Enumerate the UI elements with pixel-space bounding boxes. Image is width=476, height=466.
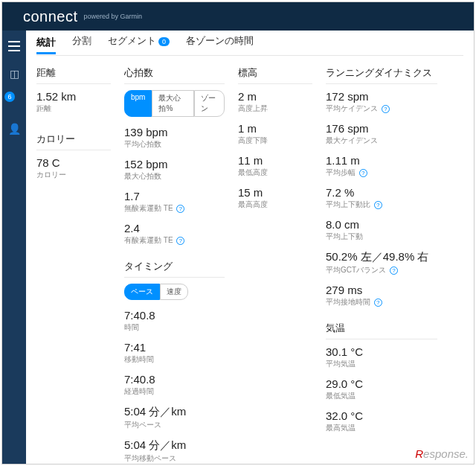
stat-value: 7:40.8 <box>124 373 225 386</box>
stat-label: 最大ケイデンス <box>326 135 437 146</box>
stat-value: 1.11 m <box>326 154 437 167</box>
inbox-icon[interactable]: ◫ <box>10 68 19 80</box>
dyn-stat: 176 spm最大ケイデンス <box>326 122 437 146</box>
stat-label: 平均接地時間 ? <box>326 297 437 307</box>
stat-label: 平均上下動 <box>326 232 437 242</box>
timing-unit-toggle[interactable]: ペース速度 <box>124 284 225 300</box>
stat-value: 2 m <box>238 90 312 103</box>
stat-label: 平均上下動比 ? <box>326 200 437 210</box>
stat-value: 5:04 分／km <box>124 438 225 453</box>
stat-label: 最大心拍数 <box>124 171 225 182</box>
segment-count: 0 <box>158 37 170 46</box>
dyn-stat: 279 ms平均接地時間 ? <box>326 284 437 307</box>
timing-stat: 7:40.8経過時間 <box>124 373 225 397</box>
section-distance: 距離 <box>36 66 111 84</box>
stat-label: 経過時間 <box>124 386 225 397</box>
section-temperature: 気温 <box>326 322 437 339</box>
distance-value: 1.52 km <box>36 90 111 103</box>
timing-stat: 5:04 分／km平均移動ペース <box>124 438 225 464</box>
stat-value: 172 spm <box>326 90 437 103</box>
stat-label: 移動時間 <box>124 354 225 365</box>
stat-value: 30.1 °C <box>326 345 437 358</box>
stat-value: 279 ms <box>326 284 437 296</box>
stat-label: 有酸素運動 TE ? <box>124 235 225 246</box>
elev-stat: 1 m高度下降 <box>238 122 312 146</box>
stat-label: 平均ケイデンス ? <box>326 103 437 114</box>
timing-stat: 7:40.8時間 <box>124 309 225 333</box>
tab-stats[interactable]: 統計 <box>36 36 56 54</box>
elev-stat: 15 m最高高度 <box>238 186 312 210</box>
stat-label: 平均気温 <box>326 359 437 369</box>
help-icon[interactable]: ? <box>374 299 382 307</box>
notification-icon[interactable]: 6 <box>9 96 19 106</box>
stat-value: 7.2 % <box>326 186 437 199</box>
section-calories: カロリー <box>36 133 111 150</box>
help-icon[interactable]: ? <box>359 169 367 177</box>
temp-stat: 30.1 °C平均気温 <box>326 345 437 369</box>
main-content: 統計 分割 セグメント0 各ゾーンの時間 距離 1.52 km距離 カロリー 7… <box>26 31 474 464</box>
dyn-stat: 7.2 %平均上下動比 ? <box>326 186 437 210</box>
dyn-stat: 1.11 m平均歩幅 ? <box>326 154 437 178</box>
temp-stat: 32.0 °C最高気温 <box>326 409 437 433</box>
temp-stat: 29.0 °C最低気温 <box>326 377 437 401</box>
stat-value: 7:40.8 <box>124 309 225 322</box>
stat-label: 平均心拍数 <box>124 139 225 150</box>
logo: connect <box>23 8 78 25</box>
sidebar: ◫ 6 👤 <box>2 31 26 464</box>
distance-label: 距離 <box>36 103 111 114</box>
stat-value: 1 m <box>238 122 312 135</box>
stat-value: 32.0 °C <box>326 409 437 422</box>
stat-label: 高度上昇 <box>238 103 312 114</box>
stat-value: 15 m <box>238 186 312 199</box>
hr-stat: 2.4有酸素運動 TE ? <box>124 222 225 246</box>
stat-value: 7:41 <box>124 341 225 354</box>
dyn-stat: 8.0 cm平均上下動 <box>326 218 437 242</box>
section-heartrate: 心拍数 <box>124 66 225 84</box>
help-icon[interactable]: ? <box>176 237 184 245</box>
menu-icon[interactable] <box>8 41 20 51</box>
stat-label: 平均移動ペース <box>124 453 225 464</box>
hr-stat: 152 bpm最大心拍数 <box>124 158 225 182</box>
timing-stat: 7:41移動時間 <box>124 341 225 365</box>
watermark: RResponse.esponse. <box>415 447 469 460</box>
stat-value: 5:04 分／km <box>124 405 225 419</box>
stat-value: 152 bpm <box>124 158 225 170</box>
stat-value: 29.0 °C <box>326 377 437 390</box>
dyn-stat: 172 spm平均ケイデンス ? <box>326 90 437 114</box>
tab-segment[interactable]: セグメント0 <box>108 35 170 51</box>
tab-split[interactable]: 分割 <box>72 35 91 51</box>
stat-value: 176 spm <box>326 122 437 135</box>
stat-label: 無酸素運動 TE ? <box>124 203 225 214</box>
elev-stat: 11 m最低高度 <box>238 154 312 178</box>
stat-label: 平均歩幅 ? <box>326 167 437 178</box>
help-icon[interactable]: ? <box>390 266 398 275</box>
app-header: connect powered by Garmin <box>2 2 474 31</box>
stat-label: 平均GCTバランス ? <box>326 265 437 275</box>
tabs: 統計 分割 セグメント0 各ゾーンの時間 <box>36 35 463 56</box>
stat-value: 2.4 <box>124 222 225 234</box>
hr-unit-toggle[interactable]: bpm最大心拍%ゾーン <box>124 90 225 117</box>
section-dynamics: ランニングダイナミクス <box>326 66 437 84</box>
stat-value: 50.2% 左／49.8% 右 <box>326 250 437 264</box>
timing-stat: 5:04 分／km平均ペース <box>124 405 225 430</box>
stat-label: 最低高度 <box>238 167 312 178</box>
tab-zones[interactable]: 各ゾーンの時間 <box>186 35 254 51</box>
stat-label: 最高高度 <box>238 200 312 210</box>
calories-label: カロリー <box>36 170 111 180</box>
stat-label: 高度下降 <box>238 135 312 146</box>
help-icon[interactable]: ? <box>374 201 382 209</box>
stat-label: 最高気温 <box>326 423 437 433</box>
section-elevation: 標高 <box>238 66 312 84</box>
help-icon[interactable]: ? <box>382 105 390 113</box>
stat-label: 平均ペース <box>124 420 225 430</box>
section-timing: タイミング <box>124 260 225 278</box>
stat-label: 最低気温 <box>326 391 437 401</box>
stat-value: 8.0 cm <box>326 218 437 231</box>
stat-value: 139 bpm <box>124 126 225 138</box>
dyn-stat: 50.2% 左／49.8% 右平均GCTバランス ? <box>326 250 437 275</box>
calories-value: 78 C <box>36 156 111 169</box>
help-icon[interactable]: ? <box>176 205 184 213</box>
user-icon[interactable]: 👤 <box>8 123 21 135</box>
hr-stat: 1.7無酸素運動 TE ? <box>124 190 225 214</box>
stat-value: 1.7 <box>124 190 225 202</box>
